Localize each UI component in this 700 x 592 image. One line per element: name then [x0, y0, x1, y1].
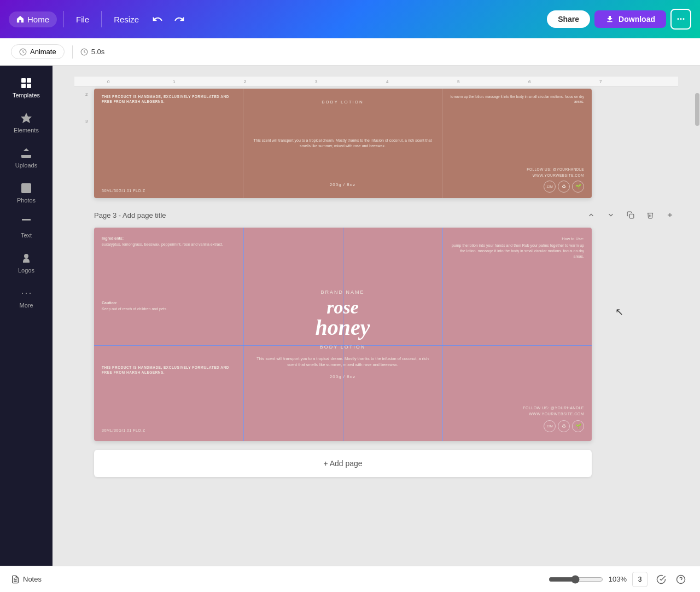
page3-actions	[583, 207, 678, 223]
p2-ml: 30ML/30G/1.01 FLO.Z	[102, 189, 235, 193]
sidebar-item-templates[interactable]: Templates	[0, 71, 52, 104]
bottom-icons	[653, 571, 689, 588]
nav-divider-1	[63, 11, 64, 27]
help-button[interactable]	[673, 571, 689, 588]
nav-divider-2	[101, 11, 102, 27]
resize-button[interactable]: Resize	[108, 11, 144, 27]
p3-follow-section: FOLLOW US: @YOURHANDLE WWW.YOURWEBSITE.C…	[450, 405, 584, 432]
sidebar-item-text[interactable]: Text	[0, 211, 52, 244]
svg-marker-7	[21, 113, 32, 123]
p3-desc: This scent will transport you to a tropi…	[252, 356, 433, 368]
p2-howto: to warm up the lotion. massage it into t…	[450, 94, 584, 104]
sidebar-logos-label: Logos	[18, 267, 34, 274]
animate-button[interactable]: Animate	[11, 44, 65, 59]
p3-icon-12m: 12M	[544, 420, 556, 432]
page-add-button[interactable]	[662, 207, 678, 223]
check-button[interactable]	[653, 571, 669, 588]
sidebar-photos-label: Photos	[17, 197, 36, 204]
svg-rect-5	[27, 84, 31, 88]
p2-icon-recycle: ♻	[558, 181, 570, 193]
notes-button[interactable]: Notes	[11, 575, 42, 584]
undo-button[interactable]	[149, 10, 166, 28]
svg-point-14	[22, 293, 23, 294]
sidebar-elements-label: Elements	[14, 127, 39, 134]
duration-button[interactable]: 5.0s	[80, 48, 105, 56]
animate-label: Animate	[30, 48, 56, 56]
file-button[interactable]: File	[71, 11, 95, 27]
sidebar-more-label: More	[19, 302, 33, 309]
sidebar-item-uploads[interactable]: Uploads	[0, 141, 52, 174]
zoom-slider[interactable]	[549, 575, 603, 584]
share-button[interactable]: Share	[547, 10, 590, 28]
canvas-area[interactable]: 0 1 2 3 4 5 6 7 2 3	[52, 66, 700, 566]
p2-follow: FOLLOW US: @YOURHANDLE WWW.YOURWEBSITE.C…	[450, 167, 584, 178]
p3-ingredients: Ingredients: eucalyptus, lemongrass, bee…	[102, 236, 235, 247]
top-navigation: Home File Resize Share Download ···	[0, 0, 700, 38]
sidebar-item-more[interactable]: More	[0, 281, 52, 314]
canvas-content: 0 1 2 3 4 5 6 7 2 3	[52, 66, 700, 558]
page-move-up-button[interactable]	[583, 207, 599, 223]
home-label: Home	[27, 15, 49, 24]
more-options-button[interactable]: ···	[670, 9, 691, 30]
page2-partial: 2 3 THIS PRODUCT IS HANDMADE, EXCLUSIVEL…	[85, 89, 678, 483]
sidebar-item-logos[interactable]: Logos	[0, 246, 52, 279]
home-button[interactable]: Home	[9, 11, 57, 27]
p3-icon-leaf: 🌱	[572, 420, 584, 432]
svg-point-11	[24, 254, 28, 258]
page3-header: Page 3 - Add page title	[94, 207, 678, 223]
svg-point-13	[30, 293, 31, 294]
p3-icon-recycle: ♻	[558, 420, 570, 432]
duration-label: 5.0s	[91, 48, 105, 56]
page-indicator[interactable]: 3	[632, 572, 648, 587]
p3-howto: How to Use: pump the lotion into your ha…	[450, 236, 584, 259]
bottom-bar: Notes 103% 3	[0, 566, 700, 592]
sidebar-text-label: Text	[21, 232, 32, 239]
svg-rect-2	[21, 78, 26, 83]
svg-rect-4	[21, 84, 26, 88]
download-label: Download	[619, 15, 655, 24]
sidebar-item-elements[interactable]: Elements	[0, 106, 52, 139]
p3-handmade: THIS PRODUCT IS HANDMADE, EXCLUSIVELY FO…	[102, 365, 235, 375]
svg-rect-3	[27, 78, 31, 83]
p2-weight: 200g / 8oz	[330, 182, 355, 187]
p3-ml: 30ML/30G/1.01 FLO.Z	[102, 428, 235, 432]
page-move-down-button[interactable]	[603, 207, 619, 223]
main-area: Templates Elements Uploads Photos Text L…	[0, 66, 700, 566]
page-duplicate-button[interactable]	[622, 207, 639, 223]
page-delete-button[interactable]	[642, 207, 658, 223]
ruler-horizontal: 0 1 2 3 4 5 6 7	[74, 77, 678, 86]
p2-type: BODY LOTION	[322, 100, 364, 105]
svg-point-10	[24, 185, 25, 187]
page3-title: Page 3 - Add page title	[94, 211, 166, 219]
toolbar-divider	[72, 45, 73, 59]
sidebar: Templates Elements Uploads Photos Text L…	[0, 66, 52, 566]
page3-label-card[interactable]: Ingredients: eucalyptus, lemongrass, bee…	[94, 228, 592, 441]
p3-caution: Caution: Keep out of reach of children a…	[102, 301, 235, 312]
page2-label-card[interactable]: THIS PRODUCT IS HANDMADE, EXCLUSIVELY FO…	[94, 89, 592, 198]
p3-product-name: rose honey	[316, 298, 370, 339]
download-button[interactable]: Download	[594, 10, 666, 28]
zoom-level: 103%	[609, 575, 627, 583]
p2-desc: This scent will transport you to a tropi…	[251, 138, 434, 149]
p2-handmade: THIS PRODUCT IS HANDMADE, EXCLUSIVELY FO…	[102, 94, 235, 104]
svg-rect-15	[629, 214, 634, 218]
svg-point-12	[26, 293, 27, 294]
sidebar-item-photos[interactable]: Photos	[0, 176, 52, 209]
p3-type: BODY LOTION	[320, 344, 365, 350]
p3-brand: BRAND NAME	[320, 289, 364, 295]
toolbar: Animate 5.0s	[0, 38, 700, 66]
p2-icon-leaf: 🌱	[572, 181, 584, 193]
sidebar-templates-label: Templates	[13, 92, 40, 98]
p3-weight: 200g / 8oz	[330, 374, 355, 379]
notes-label: Notes	[23, 575, 42, 583]
scrollbar[interactable]	[695, 93, 699, 126]
add-page-button[interactable]: + Add page	[94, 450, 592, 477]
p2-icon-12m: 12M	[544, 181, 556, 193]
redo-button[interactable]	[171, 10, 188, 28]
sidebar-uploads-label: Uploads	[15, 162, 37, 169]
